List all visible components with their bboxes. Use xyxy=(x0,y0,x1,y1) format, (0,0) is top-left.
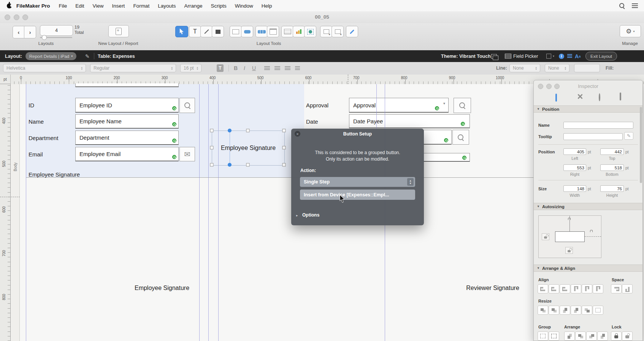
align-left-edges-button[interactable] xyxy=(538,284,548,293)
align-centers-v-button[interactable] xyxy=(582,284,592,293)
tab-appearance[interactable] xyxy=(599,94,600,101)
size-height-input[interactable]: 76 xyxy=(600,185,624,192)
action-select[interactable]: Single Step ▴▾ xyxy=(300,177,415,187)
bring-forward-button[interactable] xyxy=(575,331,586,341)
resize-smallest-both-button[interactable] xyxy=(582,306,592,315)
next-layout-button[interactable]: › xyxy=(24,26,36,38)
selection-handle[interactable] xyxy=(210,129,214,132)
employee-signature-text[interactable]: Employee Signature xyxy=(135,285,189,292)
format-painter-tool[interactable] xyxy=(346,26,358,37)
theme-label[interactable]: Theme: Vibrant Touch xyxy=(441,50,491,62)
body-part-label[interactable]: Body xyxy=(13,163,17,171)
resize-smallest-width-button[interactable] xyxy=(538,306,548,315)
app-menu[interactable]: FileMaker Pro xyxy=(12,3,55,9)
layout-number-field[interactable]: 4 xyxy=(40,25,73,36)
inspector-scrollbar[interactable] xyxy=(640,107,642,183)
selection-handle[interactable] xyxy=(246,163,250,167)
layout-picker[interactable]: Report Details | iPad▾ xyxy=(25,50,76,62)
resize-largest-width-button[interactable] xyxy=(549,306,559,315)
selection-handle[interactable] xyxy=(282,163,286,167)
section-arrange-align[interactable]: ▼Arrange & Align xyxy=(534,265,642,272)
menu-file[interactable]: File xyxy=(55,3,71,9)
size-width-input[interactable]: 148 xyxy=(563,185,586,192)
font-family-select[interactable]: Helvetica▴▾ xyxy=(3,64,86,72)
text-tool[interactable]: T xyxy=(189,26,201,37)
menu-arrange[interactable]: Arrange xyxy=(180,3,206,9)
search-button-fragment[interactable] xyxy=(452,130,469,145)
selection-handle[interactable] xyxy=(210,146,214,150)
align-right-button[interactable] xyxy=(285,64,290,72)
tab-control-tool[interactable] xyxy=(267,26,279,37)
line-tool[interactable] xyxy=(200,26,213,37)
name-input[interactable] xyxy=(563,122,633,129)
group-anchor-dot[interactable] xyxy=(228,163,232,167)
section-autosizing[interactable]: ▼Autosizing xyxy=(534,203,642,210)
align-justify-button[interactable] xyxy=(295,64,300,72)
align-top-edges-button[interactable] xyxy=(571,284,581,293)
left-anchor-unlock-icon[interactable] xyxy=(542,233,549,240)
selection-handle[interactable] xyxy=(210,163,214,167)
align-left-button[interactable] xyxy=(264,64,270,72)
options-disclosure-icon[interactable]: ▸ xyxy=(296,214,298,217)
chart-tool[interactable] xyxy=(293,26,305,37)
button-tool[interactable] xyxy=(241,26,253,37)
selection-handle[interactable] xyxy=(282,129,286,132)
employee-name-field[interactable]: Employee Name xyxy=(75,114,179,129)
position-left-input[interactable]: 405 xyxy=(563,148,586,155)
notification-center-icon[interactable] xyxy=(632,3,638,8)
employee-id-search-button[interactable] xyxy=(179,98,195,113)
exit-layout-button[interactable]: Exit Layout xyxy=(585,50,617,62)
apple-menu-icon[interactable] xyxy=(7,3,12,8)
menu-format[interactable]: Format xyxy=(129,3,154,9)
align-bottom-edges-button[interactable] xyxy=(593,284,603,293)
font-size-select[interactable]: 16 pt▴▾ xyxy=(180,64,201,72)
field-fragment[interactable] xyxy=(423,153,470,162)
spotlight-search-icon[interactable] xyxy=(619,3,625,9)
resize-largest-both-button[interactable] xyxy=(593,306,603,315)
position-bottom-input[interactable]: 518 xyxy=(600,164,624,171)
portal-tool[interactable] xyxy=(281,26,293,37)
position-top-input[interactable]: 442 xyxy=(600,148,624,155)
unlock-button[interactable] xyxy=(622,331,633,341)
formatting-bar-toggle-icon[interactable]: Aa xyxy=(575,50,581,62)
underline-button[interactable]: U xyxy=(252,64,256,72)
selection-handle[interactable] xyxy=(246,129,250,132)
align-centers-h-button[interactable] xyxy=(549,284,559,293)
menu-scripts[interactable]: Scripts xyxy=(206,3,230,9)
paragraph-style-button[interactable]: T xyxy=(217,64,224,72)
menu-help[interactable]: Help xyxy=(257,3,276,9)
employee-email-field[interactable]: Employee Email xyxy=(75,147,179,161)
space-horizontal-button[interactable] xyxy=(611,284,622,293)
employee-signature-button[interactable]: Employee Signature xyxy=(212,131,285,166)
tab-data[interactable] xyxy=(620,93,621,100)
position-right-input[interactable]: 553 xyxy=(563,164,586,171)
new-layout-button[interactable] xyxy=(108,25,129,37)
part-visibility-control[interactable]: ▾ xyxy=(546,50,554,62)
group-button[interactable] xyxy=(538,331,548,341)
tooltip-input[interactable] xyxy=(563,133,623,140)
insert-field-tool[interactable] xyxy=(320,26,332,37)
font-style-select[interactable]: Regular▴▾ xyxy=(90,64,176,72)
tab-position[interactable] xyxy=(555,94,557,101)
menu-view[interactable]: View xyxy=(89,3,108,9)
approval-field[interactable]: Approval ▾ xyxy=(349,98,449,113)
send-to-back-button[interactable] xyxy=(597,331,608,341)
options-label[interactable]: Options xyxy=(302,212,319,218)
align-right-edges-button[interactable] xyxy=(560,284,570,293)
theme-icon[interactable] xyxy=(491,50,497,62)
web-viewer-tool[interactable] xyxy=(304,26,316,37)
line-style-select[interactable]: None▴▾ xyxy=(509,64,540,72)
field-fragment[interactable] xyxy=(423,130,452,145)
bold-button[interactable]: B xyxy=(234,64,238,72)
line-color-swatch[interactable] xyxy=(574,64,600,72)
department-field[interactable]: Department xyxy=(75,131,179,145)
resize-largest-height-button[interactable] xyxy=(571,306,581,315)
menu-insert[interactable]: Insert xyxy=(108,3,129,9)
insert-part-tool[interactable] xyxy=(332,26,344,37)
date-payee-field[interactable]: Date Payee xyxy=(349,114,470,128)
send-backward-button[interactable] xyxy=(586,331,597,341)
inspector-toggle-icon[interactable]: i xyxy=(559,50,564,62)
tooltip-edit-button[interactable]: ✎ xyxy=(624,132,633,140)
menu-layouts[interactable]: Layouts xyxy=(154,3,180,9)
approval-search-button[interactable] xyxy=(454,98,471,113)
